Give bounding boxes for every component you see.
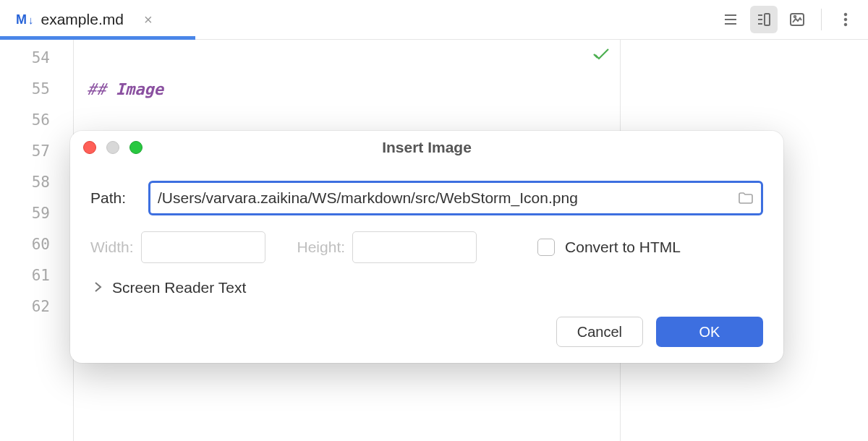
path-field <box>148 181 763 215</box>
line-number: 56 <box>0 105 73 136</box>
svg-point-11 <box>844 23 847 26</box>
toolbar-divider <box>821 9 822 30</box>
window-traffic-lights <box>83 141 142 154</box>
view-preview-button[interactable] <box>783 6 811 33</box>
svg-point-9 <box>844 13 847 16</box>
line-number: 55 <box>0 74 73 105</box>
window-zoom-icon[interactable] <box>129 141 142 154</box>
view-source-button[interactable] <box>717 6 744 33</box>
dialog-titlebar: Insert Image <box>70 131 783 163</box>
screen-reader-text-toggle[interactable]: Screen Reader Text <box>93 279 763 296</box>
ok-button[interactable]: OK <box>656 317 763 347</box>
convert-html-label: Convert to HTML <box>565 239 681 256</box>
line-number: 54 <box>0 43 73 74</box>
size-row: Width: Height: Convert to HTML <box>90 231 763 263</box>
tab-filename: example.md <box>41 11 124 28</box>
markdown-heading-hash: ## <box>87 80 106 98</box>
markdown-heading-text: Image <box>116 80 163 98</box>
svg-point-8 <box>794 16 796 18</box>
dialog-button-row: Cancel OK <box>90 317 763 347</box>
window-close-icon[interactable] <box>83 141 96 154</box>
line-number: 62 <box>0 291 73 322</box>
width-input[interactable] <box>141 231 265 263</box>
line-number: 60 <box>0 229 73 260</box>
chevron-right-icon <box>93 281 102 296</box>
code-line: ## Image <box>87 74 855 105</box>
path-label: Path: <box>90 189 148 207</box>
convert-html-checkbox[interactable] <box>537 239 555 256</box>
window-minimize-icon[interactable] <box>106 141 119 154</box>
dialog-body: Path: Width: Height: Convert to HTML Scr… <box>70 163 783 363</box>
markdown-file-icon: M↓ <box>16 12 34 27</box>
editor-tab[interactable]: M↓ example.md × <box>9 0 160 39</box>
code-line <box>87 43 855 74</box>
width-label: Width: <box>90 239 134 256</box>
line-number: 61 <box>0 260 73 291</box>
cancel-button[interactable]: Cancel <box>556 317 643 347</box>
svg-point-10 <box>844 18 847 21</box>
path-input[interactable] <box>150 189 731 207</box>
screen-reader-label: Screen Reader Text <box>112 279 246 296</box>
insert-image-dialog: Insert Image Path: Width: Height: Conver… <box>70 131 783 363</box>
more-options-button[interactable] <box>832 6 859 33</box>
close-icon[interactable]: × <box>144 12 153 28</box>
inspection-ok-icon[interactable] <box>592 46 611 68</box>
path-row: Path: <box>90 181 763 215</box>
line-number-gutter: 54 55 56 57 58 59 60 61 62 <box>0 40 74 441</box>
tab-bar: M↓ example.md × <box>0 0 868 40</box>
view-split-button[interactable] <box>750 6 778 33</box>
dialog-title: Insert Image <box>382 139 472 156</box>
height-label: Height: <box>297 239 346 256</box>
line-number: 57 <box>0 136 73 167</box>
svg-rect-6 <box>765 14 770 25</box>
line-number: 58 <box>0 167 73 198</box>
height-input[interactable] <box>352 231 477 263</box>
tabbar-right-controls <box>717 6 859 33</box>
line-number: 59 <box>0 198 73 229</box>
browse-folder-button[interactable] <box>731 191 761 205</box>
